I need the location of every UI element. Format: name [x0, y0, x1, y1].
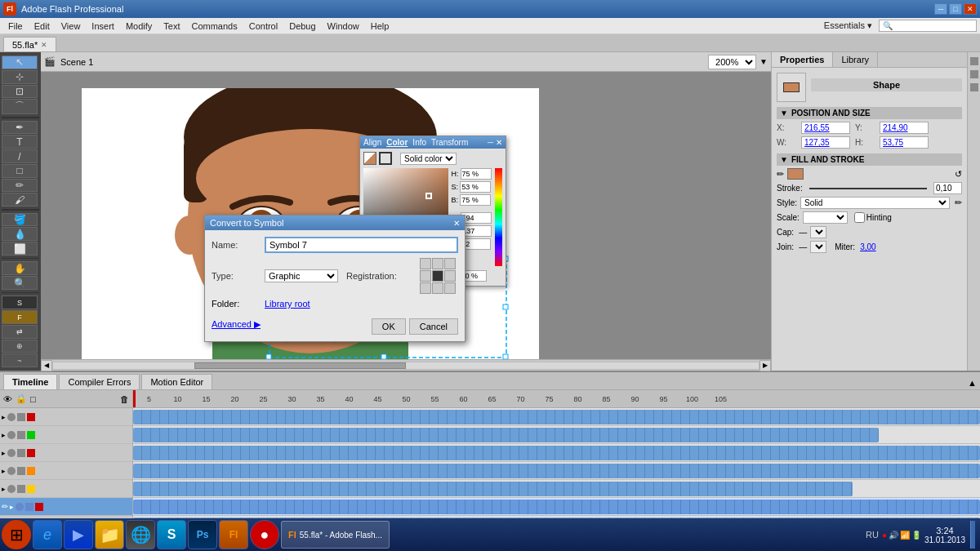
title-bar-controls[interactable]: ─ □ ✕: [934, 3, 977, 15]
search-input[interactable]: [879, 20, 977, 32]
language-indicator[interactable]: RU: [866, 530, 879, 540]
hue-slider[interactable]: [495, 168, 502, 266]
reg-br[interactable]: [444, 282, 456, 294]
reg-mr[interactable]: [444, 270, 456, 282]
x-value[interactable]: 216,55: [801, 122, 850, 134]
convert-dialog-close-icon[interactable]: ✕: [453, 219, 460, 228]
menu-help[interactable]: Help: [366, 20, 394, 33]
fl-taskbar-app[interactable]: Fl: [219, 520, 248, 549]
layer-lock-3[interactable]: [17, 449, 25, 457]
ps-taskbar-app[interactable]: Ps: [188, 520, 217, 549]
pencil-tool[interactable]: ✏: [2, 179, 38, 193]
layer-vis-5[interactable]: [7, 485, 16, 493]
horizontal-scrollbar[interactable]: ◀ ▶: [41, 359, 771, 371]
menu-control[interactable]: Control: [244, 20, 283, 33]
timeline-collapse-btn[interactable]: ▲: [964, 376, 980, 389]
tab-close-icon[interactable]: ✕: [41, 41, 47, 49]
mini-btn-1[interactable]: [970, 57, 978, 65]
timeline-tab[interactable]: Timeline: [3, 374, 57, 389]
ok-button[interactable]: OK: [372, 318, 406, 335]
layer-vis-3[interactable]: [7, 449, 16, 457]
layer-outline-icon[interactable]: □: [30, 394, 36, 404]
explorer-taskbar-app[interactable]: 📁: [95, 520, 124, 549]
collapse-icon[interactable]: ▼: [780, 109, 788, 118]
menu-commands[interactable]: Commands: [186, 20, 242, 33]
reg-bl[interactable]: [420, 282, 431, 294]
h-scroll-track[interactable]: [52, 362, 760, 370]
frame-bar-4[interactable]: [133, 464, 980, 478]
fill-color-swatch[interactable]: [363, 152, 376, 165]
select-tool[interactable]: ↖: [2, 56, 38, 69]
reg-ml[interactable]: [420, 270, 431, 282]
mediaplayer-taskbar-app[interactable]: ▶: [64, 520, 93, 549]
layer-expand-6[interactable]: ▸: [10, 503, 14, 511]
layer-vis-2[interactable]: [7, 431, 16, 439]
info-tab[interactable]: Info: [412, 138, 426, 147]
maximize-button[interactable]: □: [949, 3, 962, 15]
active-window-task[interactable]: Fl 55.fla* - Adobe Flash...: [281, 521, 390, 549]
reg-tr[interactable]: [444, 258, 456, 269]
color-panel-close[interactable]: ✕: [496, 138, 502, 147]
menu-debug[interactable]: Debug: [284, 20, 320, 33]
symbol-type-select[interactable]: Graphic Movie Clip Button: [265, 269, 338, 282]
chrome-taskbar-app[interactable]: 🌐: [126, 520, 155, 549]
fill-reset-icon[interactable]: ↺: [955, 169, 962, 180]
h-scroll-thumb[interactable]: [194, 362, 406, 369]
fill-pencil-icon[interactable]: ✏: [777, 169, 784, 180]
hinting-checkbox[interactable]: [854, 212, 865, 223]
join-select[interactable]: —: [810, 241, 826, 253]
frame-bar-6[interactable]: [133, 500, 980, 514]
stroke-style-select[interactable]: Solid Dashed Dotted: [800, 197, 950, 209]
properties-tab[interactable]: Properties: [772, 52, 833, 67]
zoom-expand-icon[interactable]: ▼: [760, 57, 768, 66]
layer-lock-5[interactable]: [17, 485, 25, 493]
subselect-tool[interactable]: ⊹: [2, 70, 38, 84]
workspace-dropdown[interactable]: Essentials ▾: [819, 19, 877, 33]
stroke-width-input[interactable]: [933, 182, 962, 194]
hand-tool[interactable]: ✋: [2, 261, 38, 275]
frame-bar-5[interactable]: [133, 482, 853, 496]
lasso-tool[interactable]: ⌒: [2, 99, 38, 114]
canvas-area[interactable]: Align Color Info Transform ─ ✕: [41, 72, 771, 359]
zoom-tool[interactable]: 🔍: [2, 276, 38, 290]
cancel-button[interactable]: Cancel: [409, 318, 458, 335]
transform-tab[interactable]: Transform: [431, 138, 468, 147]
stroke-edit-icon[interactable]: ✏: [955, 198, 962, 208]
menu-view[interactable]: View: [56, 20, 86, 33]
scale-select[interactable]: Normal: [803, 211, 848, 224]
compiler-errors-tab[interactable]: Compiler Errors: [59, 374, 140, 389]
tray-battery-icon[interactable]: 🔋: [911, 531, 921, 540]
color-tab-active[interactable]: Color: [386, 138, 408, 147]
tray-network-icon[interactable]: 📶: [900, 531, 910, 540]
close-button[interactable]: ✕: [964, 3, 977, 15]
stroke-color-swatch[interactable]: [379, 152, 392, 165]
layer-vis-1[interactable]: [7, 413, 16, 421]
eye-icon[interactable]: 👁: [3, 394, 12, 404]
mini-btn-3[interactable]: [970, 83, 978, 91]
advanced-link[interactable]: Advanced ▶: [212, 319, 261, 330]
motion-editor-tab[interactable]: Motion Editor: [141, 374, 212, 389]
fill-color-box[interactable]: [787, 168, 804, 180]
layer-lock-4[interactable]: [17, 467, 25, 475]
brush-tool[interactable]: 🖌: [2, 193, 38, 207]
layer-expand-2[interactable]: ▸: [2, 431, 6, 439]
clock-display[interactable]: 3:24 31.01.2013: [924, 526, 965, 544]
layer-expand-3[interactable]: ▸: [2, 449, 6, 457]
w-value[interactable]: 127,35: [801, 136, 850, 149]
zoom-select[interactable]: 200% 100% 50%: [708, 55, 756, 69]
eraser-tool[interactable]: ⬜: [2, 242, 38, 256]
miter-value[interactable]: 3,00: [860, 242, 875, 251]
pen-tool[interactable]: ✒: [2, 121, 38, 135]
scroll-right-arrow[interactable]: ▶: [760, 360, 771, 371]
layer-expand-4[interactable]: ▸: [2, 467, 6, 475]
shape-tool[interactable]: □: [2, 164, 38, 178]
reg-tl[interactable]: [420, 258, 431, 269]
layer-vis-6[interactable]: [16, 503, 24, 511]
stroke-color[interactable]: S: [2, 295, 38, 309]
fill-stroke-collapse-icon[interactable]: ▼: [780, 155, 788, 164]
delete-layer-icon[interactable]: 🗑: [120, 394, 129, 404]
layer-lock-2[interactable]: [17, 431, 25, 439]
menu-edit[interactable]: Edit: [29, 20, 55, 33]
s-input[interactable]: [460, 181, 491, 193]
transform-tool[interactable]: ⊡: [2, 85, 38, 99]
